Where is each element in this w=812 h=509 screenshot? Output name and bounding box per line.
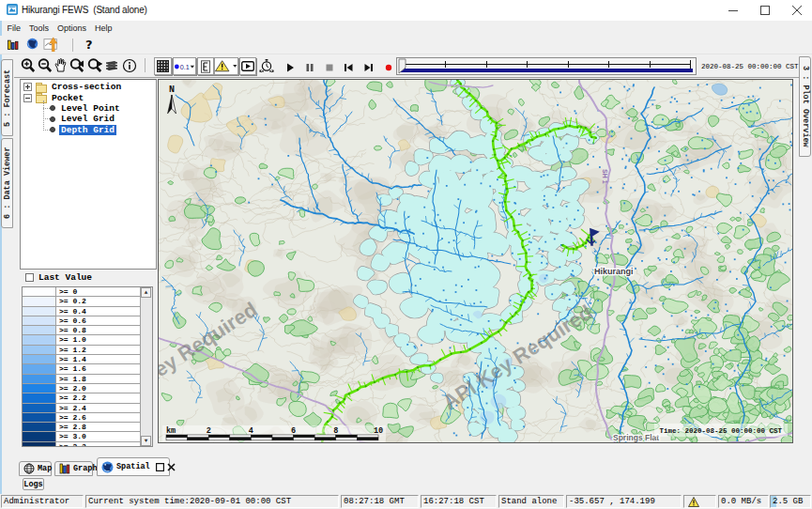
legend-row-label: >= 0.2	[56, 297, 86, 305]
legend-row: >= 0.8	[23, 326, 152, 335]
tree-item-level-grid[interactable]: Level Grid	[21, 114, 156, 124]
map-display-button[interactable]	[26, 37, 45, 54]
tree-item-level-point[interactable]: Level Point	[21, 103, 156, 114]
tree-leaf-bullet-icon	[50, 127, 55, 132]
tree-collapse-icon[interactable]	[23, 94, 32, 102]
menu-item-file[interactable]: File	[3, 23, 25, 34]
record-button[interactable]	[383, 60, 394, 71]
map-canvas[interactable]: SH 1API Key RequiredAPI Key RequiredHiku…	[159, 80, 792, 442]
zoom-next-button[interactable]	[87, 58, 102, 73]
legend-list: >= 0>= 0.2>= 0.4>= 0.6>= 0.8>= 1.0>= 1.2…	[22, 286, 153, 447]
tree-item-pocket[interactable]: Pocket	[21, 92, 156, 102]
layers-button[interactable]	[105, 58, 118, 73]
legend-color-swatch	[23, 355, 56, 363]
menu-bar: FileToolsOptionsHelp	[0, 21, 812, 36]
skip-begin-button[interactable]	[343, 60, 354, 71]
menu-item-options[interactable]: Options	[54, 23, 91, 34]
pause-button[interactable]	[304, 60, 315, 71]
legend-row: >= 0	[23, 287, 152, 297]
class-breaks-dropdown[interactable]: 0.1	[173, 57, 196, 75]
contour-button[interactable]	[197, 57, 214, 75]
legend-row-label: >= 2.6	[56, 413, 86, 422]
dock-tab-data-viewer[interactable]: 6 : Data Viewer	[1, 138, 13, 228]
tree-expand-icon[interactable]	[23, 83, 32, 91]
map-time-label: Time: 2020-08-25 00:00:00 CST	[659, 427, 782, 435]
legend-color-swatch	[23, 364, 56, 373]
dock-tab-forecast[interactable]: 5 : Forecast	[1, 59, 13, 136]
legend-row: >= 3.0	[23, 432, 152, 441]
tree-item-label: Level Point	[59, 103, 122, 114]
legend-row-label: >= 1.0	[56, 335, 86, 344]
thresholds-dropdown[interactable]	[214, 57, 238, 75]
tab-graph[interactable]: Graph	[54, 461, 93, 476]
pan-button[interactable]	[54, 57, 68, 72]
scroll-up-button[interactable]: ▲	[141, 287, 151, 298]
tree-item-cross-section[interactable]: Cross-section	[21, 82, 156, 92]
timeline-datetime: 2020-08-25 00:00:00 CST	[701, 63, 799, 70]
skip-end-button[interactable]	[363, 60, 375, 71]
tab-spatial[interactable]: Spatial	[97, 457, 170, 476]
main-toolbar: ?	[0, 36, 812, 54]
help-button[interactable]: ?	[85, 38, 93, 52]
town-label-hikurangi: Hikurangi	[594, 267, 634, 276]
database-viewer-button[interactable]	[7, 37, 25, 54]
legend-row-label: >= 2.2	[56, 393, 86, 402]
legend-row: >= 1.8	[23, 375, 152, 384]
legend-color-swatch	[23, 423, 56, 431]
tab-map-label: Map	[38, 464, 52, 473]
info-button[interactable]	[122, 58, 136, 73]
legend-row: >= 1.0	[23, 335, 152, 345]
app-logo-icon	[7, 4, 18, 15]
bar-chart-colored-icon	[7, 37, 20, 52]
close-button[interactable]	[781, 0, 812, 21]
folder-icon	[36, 93, 47, 102]
minimize-button[interactable]	[717, 0, 749, 21]
legend-row: >= 1.6	[23, 364, 152, 374]
import-export-button[interactable]	[43, 37, 62, 54]
legend-row: >= 1.2	[23, 346, 152, 355]
play-button[interactable]	[284, 60, 296, 71]
scale-bar: km246810	[162, 425, 386, 442]
tree-item-depth-grid[interactable]: Depth Grid	[21, 125, 156, 135]
legend-color-swatch	[23, 393, 56, 402]
timeline-tick	[690, 60, 691, 69]
close-tab-icon[interactable]	[167, 463, 176, 471]
road-shield-label: SH 1	[602, 169, 608, 184]
legend-scrollbar[interactable]: ▲ ▼	[140, 287, 152, 446]
zoom-previous-button[interactable]	[69, 58, 84, 73]
dock-tab-plot-overview[interactable]: 3 : Plot Overview	[799, 56, 811, 157]
zoom-in-button[interactable]	[21, 58, 35, 73]
menu-item-help[interactable]: Help	[91, 23, 117, 34]
zoom-out-button[interactable]	[38, 58, 52, 73]
legend-row: >= 2.2	[23, 393, 152, 403]
stop-button[interactable]	[324, 60, 335, 71]
class-breaks-value: 0.1	[180, 63, 190, 70]
legend-row-label: >= 1.4	[56, 355, 86, 363]
tree-item-label: Level Grid	[59, 114, 116, 124]
map-display[interactable]: SH 1API Key RequiredAPI Key RequiredHiku…	[158, 79, 793, 443]
maximize-button[interactable]	[749, 0, 781, 21]
set-time-button[interactable]	[259, 57, 274, 74]
legend-row-label: >= 1.6	[56, 364, 86, 373]
timeline-thumb[interactable]	[398, 58, 407, 74]
toolbar-divider	[14, 77, 799, 78]
last-value-checkbox[interactable]	[25, 273, 34, 282]
status-user: Administrator	[1, 495, 84, 508]
legend-row-label: >= 0.6	[56, 316, 86, 325]
status-mode: Stand alone	[498, 495, 564, 508]
timeline-slider[interactable]	[396, 57, 697, 75]
legend-row: >= 0.6	[23, 316, 152, 326]
tab-logs[interactable]: Logs	[23, 478, 44, 490]
menu-item-tools[interactable]: Tools	[25, 23, 54, 34]
float-tab-icon[interactable]	[156, 463, 164, 471]
tab-map[interactable]: Map	[19, 461, 52, 476]
scroll-down-button[interactable]: ▼	[141, 436, 151, 446]
legend-color-swatch	[23, 375, 56, 383]
timeline-tick	[650, 61, 651, 68]
grid-display-button[interactable]	[154, 57, 172, 75]
layers-icon	[105, 58, 118, 73]
legend-row-label: >= 3.2	[56, 442, 86, 447]
globe-blue-icon	[101, 461, 114, 473]
legend-row-label: >= 3.0	[56, 432, 86, 440]
animation-button[interactable]	[239, 57, 256, 75]
